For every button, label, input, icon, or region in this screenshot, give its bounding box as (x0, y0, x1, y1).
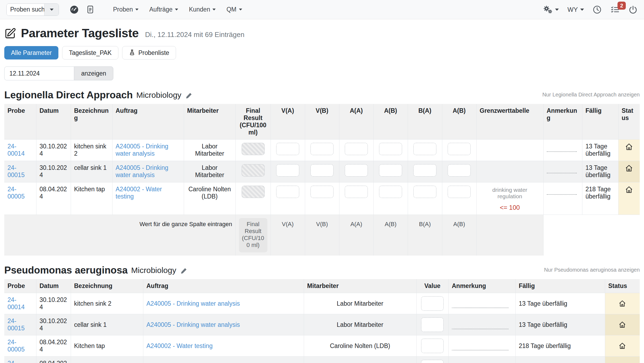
sample-search-group (6, 3, 59, 16)
chevron-down-icon (555, 9, 559, 11)
power-icon[interactable] (628, 5, 638, 14)
probe-link[interactable]: 24-00014 (8, 143, 25, 157)
status-cell (605, 357, 640, 363)
value-input[interactable] (421, 296, 444, 311)
only-legionella-link[interactable]: Nur Legionella Direct Approach anzeigen (542, 92, 640, 98)
ab-input[interactable] (379, 186, 402, 198)
vb-column-button[interactable]: V(B) (305, 215, 339, 256)
table-row: 24-00015 30.10.2024 cellar sink 1 A24000… (4, 314, 640, 335)
aa-column-button[interactable]: A(A) (339, 215, 373, 256)
ba-column-button[interactable]: B(A) (408, 215, 442, 256)
vb-input[interactable] (310, 164, 334, 177)
probe-link[interactable]: 24-00015 (8, 164, 25, 178)
home-icon[interactable] (608, 342, 637, 350)
ab-input[interactable] (379, 164, 402, 177)
probe-link[interactable]: 24-00014 (8, 296, 25, 310)
menu-auftraege[interactable]: Aufträge (149, 6, 178, 13)
table-header-row: Probe Datum Bezeichnung Auftrag Mitarbei… (4, 279, 640, 293)
ba-input[interactable] (413, 164, 436, 177)
auftrag-link[interactable]: A240002 - Water testing (116, 186, 162, 200)
vb-input[interactable] (310, 186, 334, 198)
home-icon[interactable] (622, 186, 637, 194)
menu-kunden[interactable]: Kunden (189, 6, 216, 13)
value-input[interactable] (421, 317, 444, 332)
vb-input[interactable] (310, 143, 334, 155)
pencil-icon[interactable] (180, 267, 187, 275)
chevron-down-icon (239, 9, 242, 10)
ba-input[interactable] (413, 186, 436, 198)
menu-qm[interactable]: QM (226, 6, 242, 13)
ab2-input[interactable] (448, 186, 471, 198)
search-dropdown-button[interactable] (44, 4, 59, 16)
auftrag-link[interactable]: A240005 - Drinking water analysis (147, 300, 240, 307)
ab-column-button[interactable]: A(B) (373, 215, 408, 256)
aa-input[interactable] (345, 143, 368, 155)
table-row: 24-00005 08.04.2024 Kitchen tap A240002 … (4, 182, 640, 215)
clock-icon[interactable] (593, 5, 602, 14)
final-result-column-button[interactable]: Final Result (CFU/100 ml) (239, 218, 267, 252)
aa-input[interactable] (345, 186, 368, 198)
only-pseudomonas-link[interactable]: Nur Pseudomonas aeruginosa anzeigen (544, 267, 640, 273)
value-input[interactable] (421, 339, 444, 353)
page-subtitle: Di., 12.11.2024 mit 69 Einträgen (145, 31, 244, 39)
anmerkung-field[interactable] (547, 164, 577, 173)
menu-proben[interactable]: Proben (113, 6, 138, 13)
home-icon[interactable] (608, 300, 637, 307)
probe-link[interactable]: 24-00007 (8, 360, 25, 363)
user-initials: WY (567, 6, 578, 13)
final-result-input-disabled (242, 143, 265, 155)
grenzwert-limit: <= 100 (480, 204, 540, 211)
probe-link[interactable]: 24-00015 (8, 317, 25, 332)
probe-link[interactable]: 24-00005 (8, 339, 25, 353)
chevron-down-icon (175, 9, 178, 10)
ab2-input[interactable] (448, 164, 471, 177)
anmerkung-field[interactable] (452, 320, 509, 329)
home-icon[interactable] (622, 164, 637, 172)
search-input[interactable] (7, 4, 44, 16)
ab2-column-button[interactable]: A(B) (442, 215, 476, 256)
anmerkung-field[interactable] (452, 341, 509, 350)
faellig-cell: 13 Tage überfällig (515, 293, 605, 314)
anmerkung-field[interactable] (452, 299, 509, 308)
filter-tagesliste-pak-button[interactable]: Tagesliste_PAK (62, 46, 118, 59)
auftrag-link[interactable]: A240002 - Water testing (147, 342, 213, 349)
table-row: 24-00015 30.10.2024 cellar sink 1 A24000… (4, 161, 640, 182)
settings-gears-icon (542, 5, 553, 14)
status-cell (605, 293, 640, 314)
top-navbar: Proben Aufträge Kunden QM (0, 0, 644, 19)
grenzwert-name: drinking water regulation (480, 187, 540, 200)
anmerkung-field[interactable] (547, 143, 577, 152)
pencil-icon[interactable] (185, 92, 192, 99)
settings-menu[interactable] (542, 5, 559, 14)
va-input[interactable] (276, 164, 299, 177)
user-menu[interactable]: WY (567, 6, 584, 13)
probenliste-button[interactable]: Probenliste (122, 46, 176, 59)
tasks-menu[interactable]: 2 (610, 5, 620, 14)
va-column-button[interactable]: V(A) (271, 215, 305, 256)
aa-input[interactable] (345, 164, 368, 177)
auftrag-link[interactable]: A240005 - Drinking water analysis (147, 321, 240, 328)
auftrag-link[interactable]: A240005 - Drinking water analysis (116, 164, 169, 178)
faellig-cell: 13 Tage überfällig (582, 140, 618, 161)
tachometer-icon[interactable] (70, 5, 79, 14)
probe-link[interactable]: 24-00005 (8, 186, 25, 200)
date-input[interactable] (4, 66, 74, 80)
filter-alle-parameter-button[interactable]: Alle Parameter (4, 46, 58, 59)
anmerkung-field[interactable] (547, 186, 577, 195)
auftrag-link[interactable]: A240005 - Drinking water analysis (116, 143, 169, 157)
flask-icon (129, 49, 135, 57)
value-input[interactable] (421, 360, 444, 363)
ab2-input[interactable] (448, 143, 471, 155)
table-row: 24-00005 08.04.2024 Kitchen tap A240002 … (4, 335, 640, 357)
va-input[interactable] (276, 186, 299, 198)
document-icon[interactable] (86, 5, 94, 14)
ab-input[interactable] (379, 143, 402, 155)
status-cell (618, 161, 640, 182)
home-icon[interactable] (608, 321, 637, 328)
anzeigen-button[interactable]: anzeigen (74, 66, 113, 80)
status-cell (605, 314, 640, 335)
section2-title: Pseudomonas aeruginosa (4, 265, 128, 276)
va-input[interactable] (276, 143, 299, 155)
home-icon[interactable] (622, 143, 637, 151)
ba-input[interactable] (413, 143, 436, 155)
